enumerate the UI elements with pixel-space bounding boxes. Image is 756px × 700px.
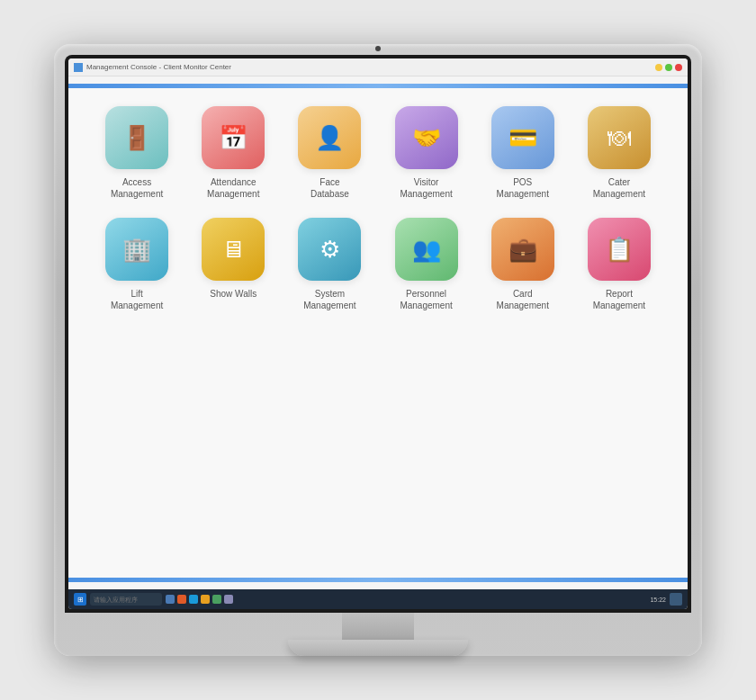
monitor-neck [342,613,414,640]
app-label-pos-management: POSManagement [497,176,549,200]
title-bar-left: Management Console - Client Monitor Cent… [74,63,231,72]
monitor-base [288,640,468,656]
app-item-face-database[interactable]: 👤FaceDatabase [288,106,371,200]
app-icon-personnel-management: 👥 [395,218,458,281]
start-button[interactable]: ⊞ [74,593,86,606]
app-label-show-walls: Show Walls [210,288,256,300]
app-grid-row1: 🚪AccessManagement📅AttendanceManagement👤F… [95,106,661,200]
monitor-shell: Management Console - Client Monitor Cent… [54,44,702,656]
app-label-cater-management: CaterManagement [593,176,645,200]
title-bar: Management Console - Client Monitor Cent… [68,58,688,76]
taskbar-icon-3[interactable] [189,595,198,604]
camera-dot [375,46,381,51]
title-bar-controls [655,64,682,71]
taskbar-pinned-icons [166,595,233,604]
screen: Management Console - Client Monitor Cent… [68,58,688,609]
app-item-cater-management[interactable]: 🍽CaterManagement [578,106,661,200]
app-label-access-management: AccessManagement [111,176,163,200]
app-item-show-walls[interactable]: 🖥Show Walls [192,218,274,311]
app-item-visitor-management[interactable]: 🤝VisitorManagement [384,106,467,200]
app-label-report-management: ReportManagement [593,288,645,311]
app-icon-cater-management: 🍽 [588,106,651,169]
app-icon-lift-management: 🏢 [105,218,168,281]
app-item-access-management[interactable]: 🚪AccessManagement [95,106,178,200]
app-item-report-management[interactable]: 📋ReportManagement [578,218,661,311]
taskbar: ⊞ 15:22 [68,589,688,609]
app-label-system-management: SystemManagement [303,288,356,311]
app-label-face-database: FaceDatabase [310,176,349,200]
app-icon-report-management: 📋 [588,218,651,281]
app-grid-row2: 🏢LiftManagement🖥Show Walls⚙SystemManagem… [95,218,661,311]
app-item-attendance-management[interactable]: 📅AttendanceManagement [192,106,274,200]
taskbar-icon-2[interactable] [177,595,186,604]
taskbar-icon-5[interactable] [212,595,221,604]
app-icon-pos-management: 💳 [491,106,554,169]
app-label-attendance-management: AttendanceManagement [207,176,259,200]
main-content: 🚪AccessManagement📅AttendanceManagement👤F… [68,88,688,578]
app-label-visitor-management: VisitorManagement [400,176,452,200]
taskbar-search[interactable] [90,593,162,606]
close-button[interactable] [675,64,682,71]
taskbar-icon-4[interactable] [201,595,210,604]
taskbar-icon-6[interactable] [224,595,233,604]
app-item-lift-management[interactable]: 🏢LiftManagement [95,218,178,311]
screen-bezel: Management Console - Client Monitor Cent… [65,55,691,613]
taskbar-left: ⊞ [74,593,233,606]
title-bar-text: Management Console - Client Monitor Cent… [86,63,231,71]
app-item-personnel-management[interactable]: 👥PersonnelManagement [384,218,467,311]
taskbar-time: 15:22 [650,597,666,603]
app-icon-show-walls: 🖥 [202,218,265,281]
monitor-outer: Management Console - Client Monitor Cent… [54,44,702,656]
app-icon-card-management: 💼 [491,218,554,281]
app-item-card-management[interactable]: 💼CardManagement [482,218,564,311]
maximize-button[interactable] [665,64,672,71]
app-icon-face-database: 👤 [298,106,361,169]
minimize-button[interactable] [655,64,662,71]
app-label-card-management: CardManagement [497,288,549,311]
app-label-lift-management: LiftManagement [111,288,163,311]
taskbar-right: 15:22 [650,593,682,606]
notification-icon[interactable] [670,593,682,606]
app-item-pos-management[interactable]: 💳POSManagement [482,106,564,200]
app-item-system-management[interactable]: ⚙SystemManagement [288,218,371,311]
taskbar-icon-1[interactable] [166,595,175,604]
app-icon-system-management: ⚙ [298,218,361,281]
app-label-personnel-management: PersonnelManagement [400,288,452,311]
app-icon-access-management: 🚪 [105,106,168,169]
app-icon-small [74,63,83,72]
accent-line-bottom [68,578,688,582]
app-icon-visitor-management: 🤝 [395,106,458,169]
app-icon-attendance-management: 📅 [202,106,265,169]
